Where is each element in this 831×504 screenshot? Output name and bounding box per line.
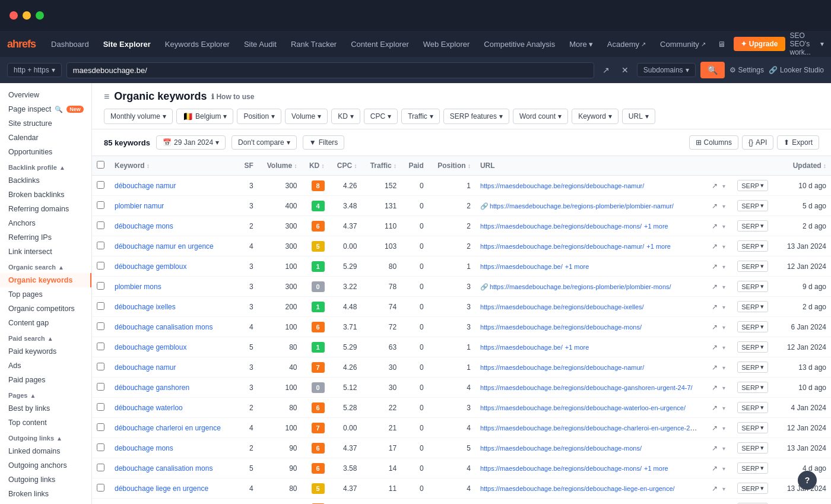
- sidebar-section-outgoing[interactable]: Outgoing links ▲: [0, 430, 91, 444]
- trend-button[interactable]: ↗: [709, 241, 720, 252]
- row-checkbox[interactable]: [97, 484, 104, 492]
- url-link[interactable]: https://maesdebouchage.be/regions/debouc…: [480, 384, 693, 391]
- keyword-link[interactable]: débouchage charleroi en urgence: [115, 424, 221, 432]
- trend-button[interactable]: ↗: [709, 342, 720, 353]
- serp-button[interactable]: SERP ▾: [737, 321, 768, 332]
- nav-content-explorer[interactable]: Content Explorer: [345, 36, 415, 52]
- url-link[interactable]: https://maesdebouchage.be/regions/debouc…: [480, 303, 644, 310]
- keyword-link[interactable]: débouchage waterloo: [115, 404, 183, 412]
- url-link[interactable]: https://maesdebouchage.be/regions/debouc…: [480, 445, 642, 452]
- nav-site-explorer[interactable]: Site Explorer: [97, 36, 157, 52]
- row-checkbox[interactable]: [97, 302, 104, 310]
- trend-button[interactable]: ↗: [709, 281, 720, 292]
- row-checkbox[interactable]: [97, 262, 104, 270]
- url-link[interactable]: https://maesdebouchage.be/regions/debouc…: [480, 364, 644, 371]
- row-checkbox[interactable]: [97, 403, 104, 411]
- keyword-link[interactable]: plombier mons: [115, 283, 161, 291]
- keyword-link[interactable]: débouchage gembloux: [115, 262, 186, 271]
- sidebar-backlinks[interactable]: Backlinks: [0, 173, 91, 188]
- row-checkbox[interactable]: [97, 363, 104, 370]
- search-button[interactable]: 🔍: [700, 62, 725, 78]
- subdomains-selector[interactable]: Subdomains ▾: [637, 63, 696, 77]
- how-to-use-link[interactable]: ℹ How to use: [211, 93, 254, 101]
- sidebar-section-backlink[interactable]: Backlink profile ▲: [0, 159, 91, 173]
- filters-button[interactable]: ▼ Filters: [303, 135, 345, 150]
- keyword-link[interactable]: plombier namur: [115, 202, 164, 210]
- sidebar-organic-competitors[interactable]: Organic competitors: [0, 302, 91, 316]
- url-link[interactable]: https://maesdebouchage.be/: [480, 344, 563, 351]
- sidebar-broken-links[interactable]: Broken links: [0, 487, 91, 501]
- row-checkbox[interactable]: [97, 443, 104, 451]
- nav-community[interactable]: Community ↗: [654, 36, 712, 52]
- compare-selector[interactable]: Don't compare ▾: [231, 135, 297, 150]
- url-link[interactable]: https://maesdebouchage.be/regions-plombe…: [490, 283, 671, 290]
- sidebar-paid-pages[interactable]: Paid pages: [0, 373, 91, 387]
- sidebar-site-structure[interactable]: Site structure: [0, 116, 91, 131]
- menu-icon[interactable]: ≡: [104, 91, 109, 102]
- nav-dashboard[interactable]: Dashboard: [45, 36, 95, 52]
- nav-more[interactable]: More ▾: [563, 36, 599, 52]
- th-keyword[interactable]: Keyword ↕: [110, 156, 237, 176]
- upgrade-button[interactable]: ✦ Upgrade: [734, 37, 785, 51]
- trend-button[interactable]: ↗: [709, 302, 720, 312]
- serp-button[interactable]: SERP ▾: [737, 462, 768, 474]
- serp-button[interactable]: SERP ▾: [737, 341, 768, 353]
- keyword-link[interactable]: débouchage namur: [115, 182, 176, 190]
- sidebar-referring-domains[interactable]: Referring domains: [0, 202, 91, 216]
- columns-button[interactable]: ⊞ Columns: [689, 135, 738, 150]
- monitor-icon[interactable]: 🖥: [714, 37, 729, 51]
- row-checkbox[interactable]: [97, 201, 104, 209]
- row-checkbox[interactable]: [97, 383, 104, 391]
- sidebar-section-organic[interactable]: Organic search ▲: [0, 259, 91, 273]
- nav-academy[interactable]: Academy ↗: [601, 36, 652, 52]
- nav-site-audit[interactable]: Site Audit: [238, 36, 283, 52]
- sidebar-content-gap[interactable]: Content gap: [0, 316, 91, 330]
- th-volume[interactable]: Volume ↕: [258, 156, 302, 176]
- more-links-link[interactable]: +1 more: [565, 344, 589, 351]
- filter-serp-features[interactable]: SERP features ▾: [443, 109, 509, 124]
- export-button[interactable]: ⬆ Export: [777, 135, 819, 150]
- th-position[interactable]: Position ↕: [429, 156, 475, 176]
- sidebar-linked-domains[interactable]: Linked domains: [0, 444, 91, 458]
- serp-button[interactable]: SERP ▾: [737, 483, 768, 494]
- settings-button[interactable]: ⚙ Settings: [729, 66, 764, 74]
- filter-word-count[interactable]: Word count ▾: [513, 109, 568, 124]
- more-links-link[interactable]: +1 more: [644, 223, 668, 230]
- sidebar-top-pages[interactable]: Top pages: [0, 287, 91, 302]
- url-link[interactable]: https://maesdebouchage.be/regions/debouc…: [480, 324, 642, 331]
- keyword-link[interactable]: débouchage liege en urgence: [115, 484, 208, 493]
- sidebar-section-paid[interactable]: Paid search ▲: [0, 330, 91, 344]
- logo[interactable]: ahrefs: [7, 38, 36, 50]
- select-all-checkbox[interactable]: [97, 161, 104, 169]
- serp-button[interactable]: SERP ▾: [737, 180, 768, 191]
- serp-button[interactable]: SERP ▾: [737, 422, 768, 433]
- url-link[interactable]: https://maesdebouchage.be/regions/debouc…: [480, 243, 644, 250]
- looker-studio-button[interactable]: 🔗 Looker Studio: [769, 66, 824, 74]
- serp-button[interactable]: SERP ▾: [737, 362, 768, 373]
- keyword-link[interactable]: debouchage gembloux: [115, 343, 186, 351]
- row-checkbox[interactable]: [97, 242, 104, 249]
- more-links-link[interactable]: +1 more: [565, 263, 589, 270]
- sidebar-overview[interactable]: Overview: [0, 88, 91, 102]
- date-selector[interactable]: 📅 29 Jan 2024 ▾: [156, 135, 226, 150]
- th-sf[interactable]: SF: [237, 156, 258, 176]
- url-link[interactable]: https://maesdebouchage.be/regions/debouc…: [480, 485, 675, 492]
- trend-button[interactable]: ↗: [709, 402, 720, 413]
- keyword-link[interactable]: débouchage ixelles: [115, 303, 176, 311]
- filter-position[interactable]: Position ▾: [237, 109, 281, 124]
- filter-volume[interactable]: Volume ▾: [285, 109, 328, 124]
- th-traffic[interactable]: Traffic ↕: [361, 156, 401, 176]
- sidebar-section-pages[interactable]: Pages ▲: [0, 387, 91, 401]
- trend-button[interactable]: ↗: [709, 443, 720, 454]
- row-checkbox[interactable]: [97, 464, 104, 471]
- trend-button[interactable]: ↗: [709, 483, 720, 494]
- filter-monthly-volume[interactable]: Monthly volume ▾: [104, 109, 173, 124]
- nav-rank-tracker[interactable]: Rank Tracker: [285, 36, 342, 52]
- row-checkbox[interactable]: [97, 343, 104, 350]
- filter-traffic[interactable]: Traffic ▾: [401, 109, 440, 124]
- trend-button[interactable]: ↗: [709, 382, 720, 393]
- url-link[interactable]: https://maesdebouchage.be/regions/debouc…: [480, 424, 701, 432]
- help-button[interactable]: ?: [798, 471, 817, 490]
- sidebar-paid-keywords[interactable]: Paid keywords: [0, 344, 91, 359]
- th-paid[interactable]: Paid: [401, 156, 429, 176]
